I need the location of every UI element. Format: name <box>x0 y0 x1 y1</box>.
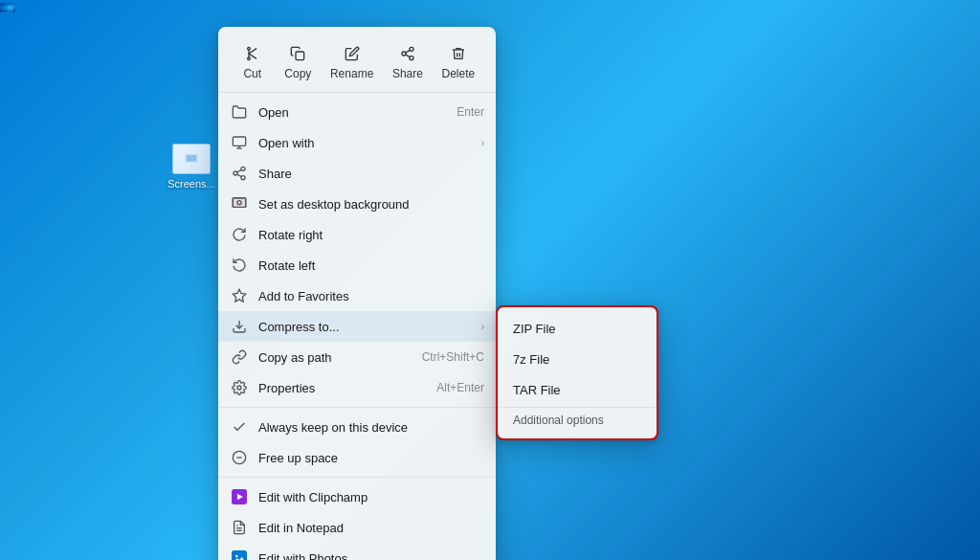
notepad-icon <box>230 518 249 537</box>
notepad-label: Edit in Notepad <box>258 521 484 535</box>
toolbar-cut[interactable]: Cut <box>232 40 274 84</box>
copy-path-shortcut: Ctrl+Shift+C <box>422 350 484 364</box>
menu-item-open[interactable]: Open Enter <box>218 97 496 127</box>
svg-rect-43 <box>232 550 247 560</box>
menu-item-set-bg[interactable]: Set as desktop background <box>218 189 496 219</box>
open-with-label: Open with <box>258 136 478 150</box>
cut-label: Cut <box>243 67 261 80</box>
svg-rect-12 <box>187 155 197 162</box>
clipchamp-icon <box>230 487 249 506</box>
separator-1 <box>218 407 496 408</box>
open-shortcut: Enter <box>457 105 484 119</box>
rotate-right-icon <box>230 225 249 244</box>
svg-line-31 <box>237 169 242 172</box>
delete-icon <box>449 44 468 63</box>
toolbar-share[interactable]: Share <box>385 40 431 84</box>
svg-point-28 <box>234 171 237 175</box>
desktop-icon[interactable]: Screens... <box>163 144 220 190</box>
compress-label: Compress to... <box>258 320 478 334</box>
svg-point-38 <box>237 386 241 390</box>
submenu-footer: Additional options <box>498 407 657 433</box>
always-keep-icon <box>230 417 249 437</box>
rotate-right-label: Rotate right <box>258 228 484 242</box>
svg-point-27 <box>241 167 245 170</box>
menu-item-properties[interactable]: Properties Alt+Enter <box>218 372 496 403</box>
photos-icon <box>230 549 249 560</box>
menu-item-rotate-right[interactable]: Rotate right <box>218 219 496 250</box>
submenu-tar[interactable]: TAR File <box>498 374 657 405</box>
menu-item-open-with[interactable]: Open with › <box>218 127 496 158</box>
tar-label: TAR File <box>513 383 561 397</box>
svg-line-30 <box>237 174 242 177</box>
zip-label: ZIP File <box>513 322 556 336</box>
compress-arrow: › <box>481 322 484 332</box>
share-menu-label: Share <box>258 167 484 181</box>
photos-label: Edit with Photos <box>258 551 484 561</box>
share-label: Share <box>392 67 423 80</box>
properties-shortcut: Alt+Enter <box>436 381 484 394</box>
context-toolbar: Cut Copy Rename <box>218 33 496 93</box>
menu-item-compress[interactable]: Compress to... › ZIP File 7z File TAR Fi… <box>218 311 496 342</box>
svg-point-29 <box>241 176 245 180</box>
rename-label: Rename <box>330 67 373 80</box>
svg-point-19 <box>410 47 413 51</box>
open-label: Open <box>258 105 457 120</box>
separator-2 <box>218 477 496 478</box>
toolbar-rename[interactable]: Rename <box>323 40 381 84</box>
rotate-left-icon <box>230 256 249 275</box>
copy-path-label: Copy as path <box>258 350 422 365</box>
properties-icon <box>230 378 249 397</box>
properties-label: Properties <box>258 381 436 395</box>
svg-rect-33 <box>233 198 245 207</box>
free-space-icon <box>230 448 249 467</box>
set-bg-label: Set as desktop background <box>258 197 484 212</box>
toolbar-delete[interactable]: Delete <box>434 40 483 84</box>
copy-icon <box>288 44 307 63</box>
menu-item-notepad[interactable]: Edit in Notepad <box>218 512 496 543</box>
menu-item-copy-path[interactable]: Copy as path Ctrl+Shift+C <box>218 342 496 372</box>
toolbar-copy[interactable]: Copy <box>277 40 319 84</box>
copy-label: Copy <box>284 67 311 80</box>
menu-item-free-space[interactable]: Free up space <box>218 442 496 473</box>
svg-point-14 <box>247 47 250 50</box>
svg-rect-24 <box>233 137 245 146</box>
submenu-zip[interactable]: ZIP File <box>498 313 657 344</box>
rotate-left-label: Rotate left <box>258 258 484 273</box>
copy-path-icon <box>230 347 249 367</box>
7z-label: 7z File <box>513 352 549 367</box>
compress-submenu: ZIP File 7z File TAR File Additional opt… <box>496 305 658 440</box>
always-keep-label: Always keep on this device <box>258 420 484 435</box>
submenu-7z[interactable]: 7z File <box>498 344 657 374</box>
menu-item-always-keep[interactable]: Always keep on this device <box>218 412 496 442</box>
delete-label: Delete <box>442 67 476 80</box>
menu-item-clipchamp[interactable]: Edit with Clipchamp <box>218 482 496 512</box>
desktop-icon-label: Screens... <box>167 178 215 190</box>
set-bg-icon <box>230 194 249 213</box>
svg-rect-18 <box>296 52 304 60</box>
menu-item-rotate-left[interactable]: Rotate left <box>218 250 496 280</box>
cut-icon <box>243 44 262 63</box>
menu-item-favorites[interactable]: Add to Favorites <box>218 280 496 311</box>
open-icon <box>230 102 249 122</box>
open-with-arrow: › <box>481 138 484 148</box>
svg-marker-36 <box>233 289 245 302</box>
svg-point-21 <box>410 56 413 60</box>
context-menu: Cut Copy Rename <box>218 27 496 560</box>
svg-line-23 <box>406 50 411 53</box>
rename-icon <box>343 44 362 63</box>
svg-point-13 <box>247 57 250 60</box>
share2-icon <box>230 164 249 183</box>
menu-item-photos[interactable]: Edit with Photos <box>218 543 496 560</box>
svg-line-22 <box>406 55 411 57</box>
compress-icon <box>230 317 249 336</box>
favorites-icon <box>230 286 249 305</box>
favorites-label: Add to Favorites <box>258 289 484 303</box>
open-with-icon <box>230 133 249 152</box>
desktop-icon-thumbnail <box>172 144 211 174</box>
svg-point-44 <box>235 555 238 558</box>
menu-item-share[interactable]: Share <box>218 158 496 189</box>
share-icon <box>398 44 417 63</box>
clipchamp-label: Edit with Clipchamp <box>258 490 484 504</box>
svg-point-20 <box>402 52 406 56</box>
free-space-label: Free up space <box>258 451 484 465</box>
